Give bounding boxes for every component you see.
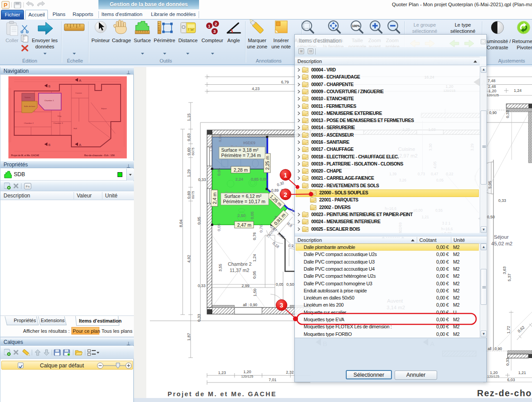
svg-text:60/75: 60/75 — [192, 191, 195, 199]
svg-text:données: données — [35, 44, 55, 49]
svg-text:0,05: 0,05 — [217, 223, 221, 231]
svg-text:0,33: 0,33 — [198, 177, 206, 182]
svg-text:1,24: 1,24 — [252, 254, 257, 262]
svg-text:Le type: Le type — [455, 22, 471, 28]
svg-text:Fn: Fn — [26, 185, 30, 189]
svg-text:B: B — [48, 85, 51, 88]
svg-text:Périmètre: Périmètre — [154, 38, 176, 43]
svg-text:2,32: 2,32 — [286, 370, 294, 374]
svg-text:0,60: 0,60 — [187, 147, 191, 155]
svg-text:Rez-de-chaussée - Ech : 1/50: Rez-de-chaussée - Ech : 1/50 — [84, 154, 115, 157]
svg-text:1,72: 1,72 — [506, 326, 511, 334]
svg-text:1: 1 — [208, 24, 211, 28]
svg-text:0,33: 0,33 — [198, 284, 206, 288]
svg-text:Chambre 3: Chambre 3 — [53, 122, 63, 124]
svg-text:6,79: 6,79 — [281, 80, 289, 84]
svg-text:Pointeur: Pointeur — [91, 38, 110, 43]
svg-text:0,2: 0,2 — [288, 244, 294, 248]
svg-text:Dég.: Dég. — [58, 115, 62, 117]
svg-text:63/204: 63/204 — [243, 141, 255, 145]
svg-text:1,24: 1,24 — [514, 88, 522, 93]
svg-text:0,05: 0,05 — [250, 211, 254, 219]
svg-text:1,29: 1,29 — [187, 169, 191, 177]
svg-text:Chambre 1: Chambre 1 — [44, 99, 54, 102]
svg-text:une zone: une zone — [247, 44, 267, 49]
svg-text:5,05: 5,05 — [488, 181, 492, 189]
svg-text:0,85: 0,85 — [251, 177, 259, 181]
svg-text:cm: cm — [191, 28, 194, 31]
svg-text:0,05: 0,05 — [252, 271, 257, 279]
svg-text:0,05: 0,05 — [197, 217, 201, 225]
svg-text:3,55: 3,55 — [218, 264, 223, 272]
svg-text:0,33: 0,33 — [197, 314, 201, 322]
svg-text:Chambre 2: Chambre 2 — [228, 261, 251, 267]
svg-text:1,20: 1,20 — [489, 89, 497, 93]
svg-text:sélectionné: sélectionné — [450, 28, 476, 34]
svg-text:Surface: Surface — [134, 38, 151, 43]
svg-text:0,33: 0,33 — [498, 198, 506, 203]
svg-text:2,50: 2,50 — [238, 213, 246, 218]
svg-text:Séjour: Séjour — [101, 107, 107, 110]
svg-text:Surface = 3,18 m²: Surface = 3,18 m² — [221, 147, 258, 153]
svg-text:120/125: 120/125 — [487, 93, 499, 97]
svg-text:Séjour: Séjour — [494, 234, 509, 240]
svg-text:Distance: Distance — [178, 38, 198, 43]
svg-text:7,48: 7,48 — [488, 79, 496, 83]
svg-text:100%: 100% — [352, 24, 360, 28]
svg-text:5,37: 5,37 — [507, 273, 512, 281]
svg-text:8,04: 8,04 — [179, 219, 183, 227]
svg-text:Périmètre = 10,17 m: Périmètre = 10,17 m — [223, 199, 266, 204]
svg-text:Projet de M. et Me. GACHE: Projet de M. et Me. GACHE — [168, 390, 277, 398]
svg-text:2: 2 — [215, 21, 217, 26]
svg-text:120/125: 120/125 — [487, 374, 499, 378]
svg-text:45,02 m2: 45,02 m2 — [491, 241, 512, 246]
svg-text:Le groupe: Le groupe — [414, 22, 436, 28]
svg-text:0,05: 0,05 — [217, 168, 221, 176]
svg-text:0,05: 0,05 — [276, 282, 284, 287]
svg-text:1,87: 1,87 — [187, 333, 191, 341]
svg-text:Luminosité /: Luminosité / — [484, 39, 511, 44]
svg-text:all : 0,90: all : 0,90 — [243, 303, 257, 307]
svg-text:1,20: 1,20 — [243, 370, 251, 374]
svg-text:0,33: 0,33 — [281, 188, 289, 193]
svg-text:4,92: 4,92 — [187, 255, 191, 263]
svg-text:2,47 m: 2,47 m — [237, 222, 251, 228]
svg-text:120/125: 120/125 — [241, 374, 253, 378]
svg-text:une note: une note — [271, 44, 291, 49]
svg-text:0,60: 0,60 — [187, 191, 191, 199]
svg-text:1,50: 1,50 — [209, 145, 213, 152]
svg-text:0,05: 0,05 — [260, 177, 268, 181]
svg-text:3: 3 — [213, 29, 215, 34]
svg-text:2,4 m: 2,4 m — [212, 192, 217, 204]
svg-text:0,33: 0,33 — [505, 358, 510, 366]
svg-text:Angle: Angle — [227, 38, 240, 43]
svg-text:60/75: 60/75 — [192, 147, 195, 155]
svg-text:Insérer: Insérer — [274, 38, 289, 43]
svg-text:2,99: 2,99 — [242, 284, 250, 288]
svg-text:Périmètre = 7,34 m: Périmètre = 7,34 m — [221, 153, 261, 158]
svg-text:0,63: 0,63 — [187, 133, 191, 141]
svg-text:Envoyer les: Envoyer les — [32, 38, 58, 43]
svg-text:0,50: 0,50 — [286, 282, 294, 287]
svg-text:all : 0,90: all : 0,90 — [488, 347, 502, 351]
svg-text:Salle de bain: Salle de bain — [24, 105, 35, 107]
svg-text:0,89: 0,89 — [271, 188, 279, 193]
svg-text:0,33: 0,33 — [218, 135, 222, 142]
svg-text:6,03: 6,03 — [507, 378, 515, 382]
svg-text:1,15: 1,15 — [187, 113, 191, 121]
svg-text:Cuisine: Cuisine — [75, 92, 82, 94]
svg-text:1,23: 1,23 — [218, 370, 226, 375]
svg-text:sélectionné: sélectionné — [412, 28, 438, 34]
svg-text:0,76: 0,76 — [259, 225, 263, 233]
svg-text:Cadrage: Cadrage — [112, 38, 131, 43]
svg-text:Contraste: Contraste — [487, 45, 509, 50]
svg-text:Compteur: Compteur — [201, 38, 223, 43]
svg-text:7,01: 7,01 — [269, 378, 277, 382]
svg-text:1,50: 1,50 — [253, 288, 257, 296]
svg-text:Chambre 2: Chambre 2 — [24, 122, 34, 124]
svg-text:Toilette: Toilette — [24, 96, 31, 99]
svg-text:4,23: 4,23 — [252, 87, 260, 91]
svg-text:P: P — [4, 2, 8, 8]
svg-text:0,76: 0,76 — [252, 232, 257, 240]
svg-text:B: B — [48, 143, 51, 146]
